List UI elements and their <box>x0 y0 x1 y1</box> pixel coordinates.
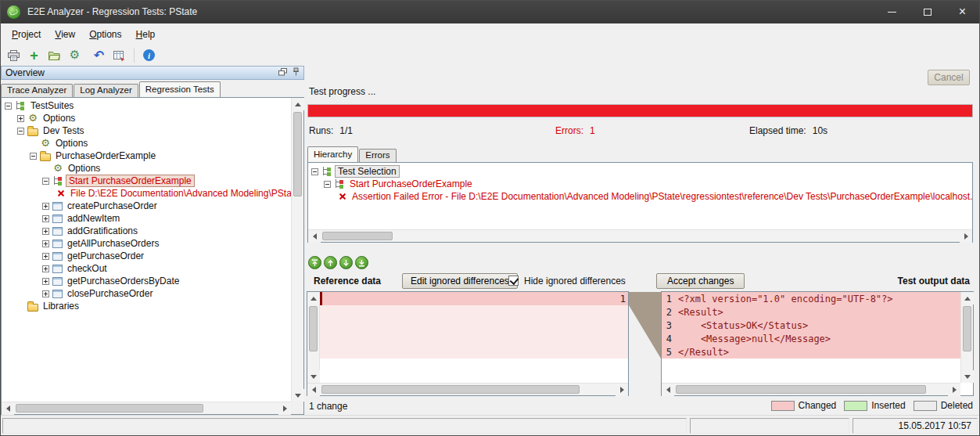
scrollbar-thumb[interactable] <box>322 232 393 240</box>
scroll-down-icon[interactable] <box>961 370 974 383</box>
scroll-down-icon[interactable] <box>307 370 320 383</box>
tree-item-error-file[interactable]: File D:\E2E Documentation\Advanced Model… <box>2 187 291 200</box>
collapse-icon[interactable] <box>5 103 12 110</box>
hide-ignored-label[interactable]: Hide ignored differences <box>524 276 626 286</box>
scrollbar-thumb[interactable] <box>963 306 971 351</box>
menu-options[interactable]: Options <box>82 25 128 44</box>
reference-vertical-scrollbar[interactable] <box>307 292 320 383</box>
info-icon[interactable]: i <box>140 46 158 64</box>
scrollbar-thumb[interactable] <box>293 112 302 196</box>
scrollbar-thumb[interactable] <box>309 306 318 351</box>
next-difference-button[interactable] <box>339 256 353 269</box>
tree-item-start-purchaseorderexample[interactable]: Start PurchaseOrderExample <box>2 175 291 187</box>
maximize-button[interactable] <box>910 0 945 23</box>
tree-item-addgratifications[interactable]: addGratifications <box>2 225 291 237</box>
scrollbar-thumb[interactable] <box>321 385 580 394</box>
tab-hierarchy[interactable]: Hierarchy <box>307 146 358 162</box>
collapse-icon[interactable] <box>311 168 318 175</box>
tree-item-closepurchaseorder[interactable]: closePurchaseOrder <box>2 287 291 300</box>
accept-changes-button[interactable]: Accept changes <box>656 273 745 289</box>
tree-item-getpurchaseorder[interactable]: getPurchaseOrder <box>2 250 291 262</box>
tree-item-libraries[interactable]: Libraries <box>2 300 291 312</box>
scroll-up-icon[interactable] <box>292 98 304 110</box>
diff-line[interactable]: 1<?xml version="1.0" encoding="UTF-8"?> <box>662 292 960 305</box>
last-difference-button[interactable] <box>355 256 368 269</box>
reference-horizontal-scrollbar[interactable] <box>307 383 628 395</box>
pin-icon[interactable] <box>293 67 300 78</box>
scroll-right-icon[interactable] <box>960 230 972 243</box>
collapse-icon[interactable] <box>324 181 331 188</box>
reference-content[interactable]: 1 <box>320 292 628 383</box>
tab-trace-analyzer[interactable]: Trace Analyzer <box>1 84 73 97</box>
expand-icon[interactable] <box>42 265 49 272</box>
menu-help[interactable]: Help <box>129 25 163 44</box>
titlebar[interactable]: E2E Analyzer - Regression Tests: PState … <box>0 0 980 23</box>
tree-horizontal-scrollbar[interactable] <box>2 402 291 414</box>
menu-project[interactable]: Project <box>5 25 48 44</box>
scroll-right-icon[interactable] <box>616 384 628 396</box>
tab-errors[interactable]: Errors <box>359 149 396 162</box>
cancel-button[interactable]: Cancel <box>928 70 970 85</box>
output-horizontal-scrollbar[interactable] <box>662 383 960 395</box>
expand-icon[interactable] <box>42 228 49 235</box>
tree-item-options-3[interactable]: Options <box>2 162 291 175</box>
hide-ignored-checkbox[interactable] <box>508 276 519 286</box>
expand-icon[interactable] <box>42 278 49 285</box>
settings-icon[interactable] <box>66 46 84 64</box>
expand-icon[interactable] <box>42 240 49 247</box>
tree-item-checkout[interactable]: checkOut <box>2 262 291 275</box>
scroll-right-icon[interactable] <box>278 402 291 415</box>
hierarchy-horizontal-scrollbar[interactable] <box>308 229 972 242</box>
scroll-left-icon[interactable] <box>2 402 14 415</box>
tree-vertical-scrollbar[interactable] <box>291 98 303 402</box>
edit-ignored-differences-button[interactable]: Edit ignored differences <box>402 273 518 289</box>
scroll-left-icon[interactable] <box>307 384 320 396</box>
tree-item-assertion-failed[interactable]: Assertion Failed Error - File D:\E2E Doc… <box>308 190 972 203</box>
tree-item-options-1[interactable]: Options <box>2 112 291 124</box>
diff-line[interactable]: 3 <Status>OK</Status> <box>662 319 960 332</box>
scroll-left-icon[interactable] <box>662 384 674 396</box>
tree-item-options-2[interactable]: Options <box>2 137 291 150</box>
scroll-left-icon[interactable] <box>308 230 321 243</box>
diff-line[interactable]: 2<Result> <box>662 305 960 319</box>
collapse-icon[interactable] <box>30 153 37 160</box>
tree-item-start-purchaseorderexample-result[interactable]: Start PurchaseOrderExample <box>308 178 972 190</box>
tree-item-getpurchaseordersbydate[interactable]: getPurchaseOrdersByDate <box>2 275 291 287</box>
tree-item-createpurchaseorder[interactable]: createPurchaseOrder <box>2 200 291 212</box>
scroll-up-icon[interactable] <box>307 292 320 304</box>
diff-line[interactable]: 1 <box>320 292 628 305</box>
tab-regression-tests[interactable]: Regression Tests <box>139 81 221 97</box>
print-icon[interactable] <box>5 46 23 64</box>
scrollbar-thumb[interactable] <box>676 385 926 394</box>
diff-line[interactable]: 4 <Message>null</Message> <box>662 332 960 345</box>
collapse-icon[interactable] <box>42 178 49 185</box>
output-vertical-scrollbar[interactable] <box>960 292 973 383</box>
open-folder-icon[interactable] <box>45 46 63 64</box>
tree-item-purchaseorderexample[interactable]: PurchaseOrderExample <box>2 150 291 162</box>
collapse-icon[interactable] <box>17 128 24 135</box>
tree-item-dev-tests[interactable]: Dev Tests <box>2 124 291 137</box>
scrollbar-thumb[interactable] <box>16 404 203 413</box>
expand-icon[interactable] <box>42 215 49 222</box>
diff-line[interactable]: 5</Result> <box>662 345 960 359</box>
output-content[interactable]: 1<?xml version="1.0" encoding="UTF-8"?> … <box>662 292 960 383</box>
expand-icon[interactable] <box>42 253 49 260</box>
tree-item-addnewitem[interactable]: addNewItem <box>2 212 291 225</box>
add-icon[interactable]: + <box>25 46 43 64</box>
scroll-right-icon[interactable] <box>948 384 960 396</box>
expand-icon[interactable] <box>17 115 24 122</box>
first-difference-button[interactable] <box>308 256 321 269</box>
menu-view[interactable]: View <box>48 25 82 44</box>
previous-difference-button[interactable] <box>324 256 337 269</box>
export-icon[interactable] <box>110 46 128 64</box>
float-window-icon[interactable] <box>278 67 287 78</box>
close-button[interactable]: × <box>945 0 980 23</box>
tree-item-testsuites[interactable]: TestSuites <box>2 99 291 112</box>
scroll-down-icon[interactable] <box>292 389 304 402</box>
expand-icon[interactable] <box>42 290 49 297</box>
scroll-up-icon[interactable] <box>961 292 974 304</box>
tab-log-analyzer[interactable]: Log Analyzer <box>74 84 138 97</box>
undo-icon[interactable]: ↶ <box>90 46 108 64</box>
expand-icon[interactable] <box>42 203 49 210</box>
tree-item-test-selection[interactable]: Test Selection <box>308 165 972 178</box>
